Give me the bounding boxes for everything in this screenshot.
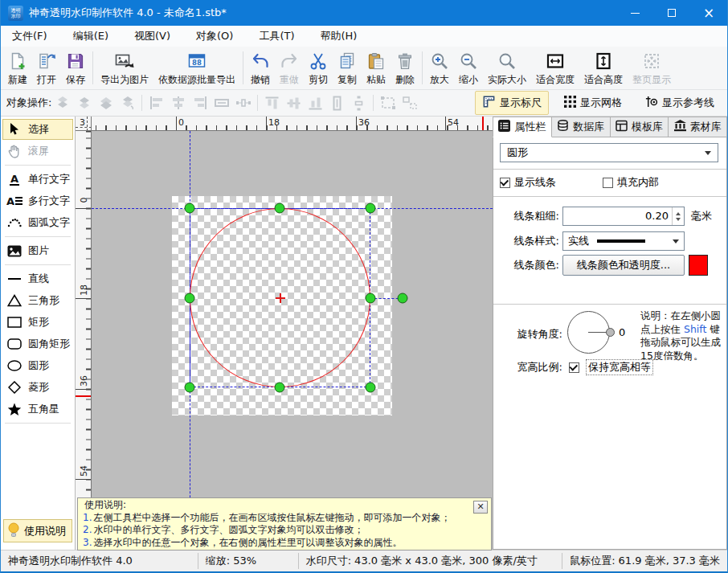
menu-file[interactable]: 文件(F): [3, 27, 56, 46]
usage-help-button[interactable]: 使用说明: [3, 519, 72, 542]
line-width-input[interactable]: 0.20: [562, 207, 685, 226]
tool-panel: 选择 滚屏 A 单行文字 A 多行文字 圆弧文字 图片 直线: [1, 117, 76, 550]
batch-export-icon: 88: [187, 50, 207, 73]
help-close-button[interactable]: ✕: [473, 501, 488, 514]
menu-view[interactable]: 视图(V): [125, 27, 179, 46]
fit-width-button[interactable]: 适合宽度: [531, 47, 579, 88]
fit-height-button[interactable]: 适合高度: [579, 47, 628, 88]
maximize-button[interactable]: [653, 0, 690, 26]
show-line-checkbox[interactable]: [500, 178, 510, 188]
show-ruler-toggle[interactable]: 显示标尺: [475, 91, 549, 115]
v-ruler-label: 18: [79, 282, 88, 298]
tool-diamond[interactable]: 菱形: [2, 377, 73, 398]
handle-bottom-center[interactable]: [275, 383, 285, 393]
tab-properties[interactable]: 属性栏: [493, 117, 552, 137]
tool-multi-line-text[interactable]: A 多行文字: [2, 190, 73, 211]
bulb-icon: [7, 522, 20, 540]
drawing-surface[interactable]: [92, 131, 493, 550]
keep-ratio-checkbox[interactable]: [569, 362, 579, 373]
menu-tools[interactable]: 工具(T): [250, 27, 303, 46]
handle-middle-right[interactable]: [366, 293, 376, 304]
open-button[interactable]: 打开: [32, 47, 61, 88]
menu-edit[interactable]: 编辑(E): [64, 27, 117, 46]
tool-rounded-rectangle[interactable]: 圆角矩形: [2, 334, 73, 354]
cursor-icon: [6, 122, 23, 137]
tool-star[interactable]: 五角星: [2, 399, 73, 420]
handle-bottom-right[interactable]: [366, 383, 376, 393]
close-button[interactable]: ×: [690, 0, 727, 26]
batch-export-button[interactable]: 88 依数据源批量导出: [153, 47, 240, 88]
spinner-up-icon[interactable]: [676, 212, 681, 215]
paste-button[interactable]: 粘贴: [362, 47, 391, 88]
copy-button[interactable]: 复制: [333, 47, 362, 88]
fit-width-icon: [546, 50, 565, 73]
line-icon: [6, 278, 23, 280]
chevron-down-icon: [673, 239, 679, 244]
aspect-ratio-label: 宽高比例:: [493, 360, 562, 374]
svg-text:88: 88: [192, 59, 202, 67]
objbar-separator: [141, 95, 142, 111]
close-icon: ×: [703, 6, 714, 20]
zoom-out-button[interactable]: 缩小: [454, 47, 483, 88]
undo-icon: [251, 50, 270, 73]
tool-rectangle[interactable]: 矩形: [2, 312, 73, 333]
guides-icon: [644, 95, 658, 111]
rotation-dial-knob[interactable]: [606, 328, 615, 337]
show-grid-toggle[interactable]: 显示网格: [557, 92, 629, 114]
actual-size-button[interactable]: 实际大小: [483, 47, 531, 88]
bring-forward-icon: [74, 95, 94, 111]
template-icon: [616, 120, 628, 134]
zoom-in-button[interactable]: 放大: [425, 47, 454, 88]
line-color-button[interactable]: 线条颜色和透明度...: [562, 255, 685, 276]
tab-materials[interactable]: 素材库: [669, 117, 727, 137]
tab-data-source[interactable]: 数据库: [552, 117, 611, 137]
align-middle-icon: [286, 93, 302, 113]
rotation-handle[interactable]: [398, 293, 408, 304]
tool-line[interactable]: 直线: [2, 268, 73, 289]
align-bottom-icon: [308, 93, 324, 113]
minimize-button[interactable]: [616, 0, 653, 26]
spinner-down-icon[interactable]: [676, 218, 681, 221]
diamond-icon: [6, 381, 23, 394]
delete-button[interactable]: 删除: [391, 47, 419, 88]
line-width-value: 0.20: [563, 207, 672, 225]
object-toolbar: 对象操作: 显示标尺 显示网格 显示参考线: [1, 90, 727, 117]
database-icon: [557, 120, 569, 134]
cut-button[interactable]: 剪切: [304, 47, 333, 88]
undo-button[interactable]: 撤销: [246, 47, 275, 88]
tool-triangle[interactable]: 三角形: [2, 290, 73, 311]
align-center-icon: [168, 95, 188, 111]
circle-icon: [6, 360, 23, 371]
save-floppy-icon: [66, 50, 85, 73]
horizontal-ruler: 0 18 36 54: [92, 117, 493, 131]
v-ruler-label: 36: [79, 373, 88, 389]
tool-image[interactable]: 图片: [2, 240, 73, 261]
line-style-dropdown[interactable]: 实线: [562, 231, 685, 251]
chevron-down-icon: [705, 151, 711, 155]
tab-templates[interactable]: 模板库: [611, 117, 669, 137]
save-button[interactable]: 保存: [61, 47, 90, 88]
paste-clipboard-icon: [366, 50, 386, 73]
menu-object[interactable]: 对象(O): [187, 27, 242, 46]
handle-top-center[interactable]: [275, 203, 285, 214]
show-guides-toggle[interactable]: 显示参考线: [637, 91, 722, 115]
export-image-button[interactable]: 导出为图片: [96, 47, 153, 88]
new-button[interactable]: 新建: [3, 47, 32, 88]
align-left-icon: [146, 95, 166, 111]
menu-help[interactable]: 帮助(H): [312, 27, 366, 46]
line-width-spinner[interactable]: [672, 207, 684, 225]
object-type-dropdown[interactable]: 圆形: [500, 143, 718, 162]
tool-circle[interactable]: 圆形: [2, 355, 73, 376]
tool-single-line-text[interactable]: A 单行文字: [2, 169, 73, 190]
multi-text-icon: A: [6, 196, 23, 207]
tool-arc-text[interactable]: 圆弧文字: [2, 212, 73, 233]
app-window: 透明 水印 神奇透明水印制作软件 4.0 - 未命名1.stb* × 文件(F)…: [0, 0, 728, 573]
tool-separator: [5, 423, 71, 424]
titlebar: 透明 水印 神奇透明水印制作软件 4.0 - 未命名1.stb* ×: [1, 0, 727, 26]
handle-bottom-left[interactable]: [185, 383, 195, 393]
fill-inside-checkbox[interactable]: [603, 178, 613, 188]
tool-select[interactable]: 选择: [2, 119, 73, 140]
handle-top-left[interactable]: [185, 203, 195, 214]
handle-middle-left[interactable]: [185, 293, 195, 304]
handle-top-right[interactable]: [366, 203, 376, 214]
